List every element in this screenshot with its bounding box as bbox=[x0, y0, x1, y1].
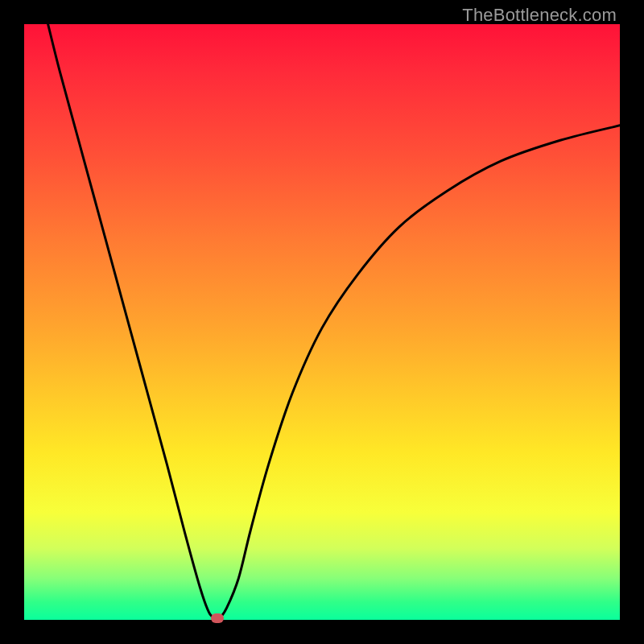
bottleneck-curve bbox=[24, 24, 620, 620]
minimum-marker bbox=[211, 613, 224, 623]
plot-area bbox=[24, 24, 620, 620]
watermark-text: TheBottleneck.com bbox=[462, 5, 617, 26]
chart-frame: TheBottleneck.com bbox=[0, 0, 644, 644]
